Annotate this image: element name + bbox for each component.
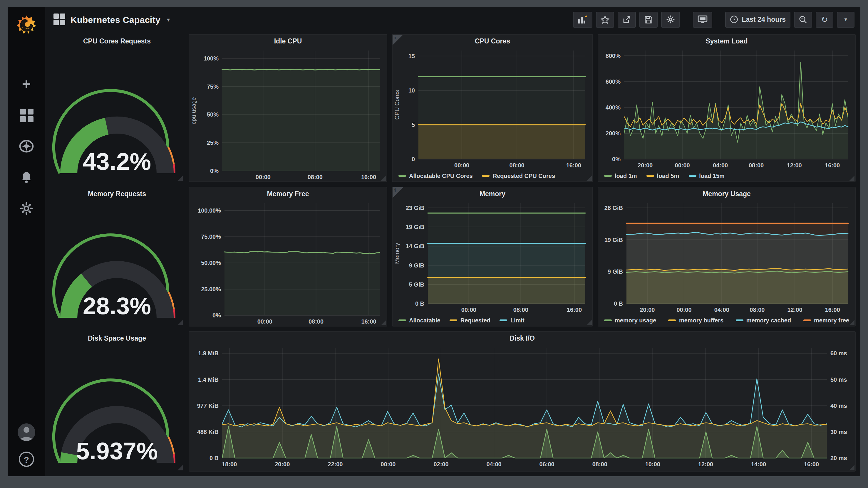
svg-text:04:00: 04:00: [486, 461, 501, 467]
resize-handle[interactable]: [178, 320, 183, 325]
svg-text:cpu usage: cpu usage: [190, 97, 197, 124]
svg-text:9 GiB: 9 GiB: [409, 262, 424, 269]
screenshot-stage: +: [0, 0, 868, 488]
svg-text:0: 0: [412, 156, 415, 162]
panel-header[interactable]: Idle CPU: [189, 35, 387, 47]
legend-item[interactable]: memory buffers: [669, 317, 723, 323]
system-load-chart[interactable]: 20:0000:0004:0008:0012:0016:000%200%400%…: [598, 47, 855, 170]
zoom-out-button[interactable]: [794, 11, 812, 27]
panel-header[interactable]: CPU Cores Requests: [51, 35, 183, 47]
svg-text:16:00: 16:00: [567, 306, 582, 313]
user-avatar[interactable]: [18, 423, 35, 441]
legend-color-dash: [450, 319, 458, 321]
panel-header[interactable]: CPU Cores: [393, 35, 592, 47]
svg-text:16:00: 16:00: [361, 174, 376, 180]
panel-title: System Load: [706, 37, 747, 44]
explore-compass-icon[interactable]: [19, 139, 34, 154]
panel-memory-usage: Memory Usage 20:0000:0004:0008:0012:0016…: [598, 187, 856, 326]
memory-chart[interactable]: 00:0008:0016:000 B5 GiB9 GiB14 GiB19 GiB…: [393, 200, 592, 314]
save-button[interactable]: [640, 11, 658, 27]
svg-text:50 ms: 50 ms: [830, 377, 847, 383]
time-range-picker[interactable]: Last 24 hours: [725, 11, 790, 27]
resize-handle[interactable]: [849, 320, 855, 325]
legend-item[interactable]: load 5m: [646, 172, 679, 179]
svg-text:16:00: 16:00: [825, 306, 840, 313]
legend-item[interactable]: Allocatable: [398, 317, 440, 323]
add-panel-button[interactable]: [573, 11, 592, 27]
memory-usage-chart[interactable]: 20:0000:0004:0008:0012:0016:000 B9 GiB19…: [598, 200, 855, 314]
legend-item[interactable]: Requested: [450, 317, 490, 323]
configuration-gear-icon[interactable]: [19, 201, 34, 216]
legend-label: memory usage: [615, 317, 656, 323]
legend-item[interactable]: memory usage: [604, 317, 656, 323]
panel-header[interactable]: Memory Free: [189, 187, 387, 200]
svg-text:75.00%: 75.00%: [201, 233, 221, 240]
share-button[interactable]: [618, 11, 636, 27]
resize-handle[interactable]: [178, 465, 183, 470]
panel-header[interactable]: Disk I/O: [189, 332, 855, 344]
alerting-bell-icon[interactable]: [19, 170, 34, 185]
resize-handle[interactable]: [587, 175, 592, 181]
svg-text:04:00: 04:00: [714, 306, 729, 313]
resize-handle[interactable]: [381, 175, 386, 181]
legend-item[interactable]: load 15m: [688, 172, 724, 179]
svg-text:20:00: 20:00: [640, 306, 655, 313]
legend-item[interactable]: Allocatable CPU Cores: [398, 172, 473, 179]
disk-io-chart[interactable]: 18:0020:0022:0000:0002:0004:0006:0008:00…: [189, 344, 855, 471]
panel-header[interactable]: Memory: [393, 187, 592, 200]
main-area: Kubernetes Capacity ▾: [45, 7, 860, 476]
resize-handle[interactable]: [587, 320, 592, 325]
dashboards-icon[interactable]: [19, 107, 34, 123]
svg-text:0 B: 0 B: [210, 455, 219, 461]
legend-label: memory buffers: [679, 317, 723, 323]
grafana-logo-icon[interactable]: [15, 14, 38, 36]
gauge-memory-requests: 28.3%: [51, 200, 183, 326]
star-button[interactable]: [596, 11, 614, 27]
svg-text:00:00: 00:00: [676, 306, 691, 313]
create-icon[interactable]: +: [19, 76, 34, 92]
resize-handle[interactable]: [849, 175, 855, 181]
share-icon: [622, 15, 631, 24]
resize-handle[interactable]: [381, 320, 386, 325]
svg-text:25%: 25%: [207, 139, 219, 146]
legend: AllocatableRequestedLimit: [393, 314, 592, 326]
svg-text:100.00%: 100.00%: [198, 207, 221, 214]
legend-item[interactable]: memory free: [803, 317, 849, 323]
save-icon: [644, 15, 653, 24]
legend-item[interactable]: memory cached: [736, 317, 791, 323]
svg-text:08:00: 08:00: [309, 318, 323, 325]
refresh-button[interactable]: ↻: [816, 11, 833, 27]
resize-handle[interactable]: [178, 175, 183, 181]
panel-header[interactable]: System Load: [598, 35, 855, 47]
memory-free-chart[interactable]: 00:0008:0016:000%25.00%50.00%75.00%100.0…: [189, 200, 387, 326]
resize-handle[interactable]: [849, 465, 855, 470]
settings-button[interactable]: [661, 11, 680, 27]
svg-text:08:00: 08:00: [509, 162, 525, 168]
svg-text:977 KiB: 977 KiB: [197, 402, 219, 409]
panel-header[interactable]: Memory Requests: [51, 187, 183, 200]
svg-text:12:00: 12:00: [698, 461, 713, 467]
refresh-interval-dropdown[interactable]: ▾: [837, 11, 855, 27]
svg-text:9 GiB: 9 GiB: [608, 268, 623, 275]
svg-text:15: 15: [408, 53, 415, 59]
legend-item[interactable]: load 1m: [604, 172, 637, 179]
sidebar-bottom: ?: [18, 423, 35, 467]
svg-text:00:00: 00:00: [454, 162, 469, 168]
legend-label: Allocatable: [409, 317, 440, 323]
svg-text:16:00: 16:00: [566, 162, 581, 168]
cpu-cores-chart[interactable]: 00:0008:0016:00051015CPU Cores: [393, 47, 592, 170]
svg-text:04:00: 04:00: [713, 162, 728, 168]
monitor-icon: [698, 15, 708, 24]
svg-text:0%: 0%: [212, 312, 221, 319]
panel-header[interactable]: Memory Usage: [598, 187, 855, 200]
svg-text:CPU Cores: CPU Cores: [394, 90, 400, 120]
panel-cpu-cores-requests: CPU Cores Requests 43.2%: [50, 34, 184, 182]
idle-cpu-chart[interactable]: 00:0008:0016:000%25%50%75%100%cpu usage: [189, 47, 387, 182]
tv-mode-button[interactable]: [693, 11, 712, 27]
dashboard-title-group[interactable]: Kubernetes Capacity ▾: [54, 13, 170, 25]
panel-header[interactable]: Disk Space Usage: [51, 332, 183, 344]
legend-item[interactable]: Requested CPU Cores: [482, 172, 555, 179]
legend-item[interactable]: Limit: [500, 317, 525, 323]
help-icon[interactable]: ?: [19, 452, 34, 467]
svg-text:30 ms: 30 ms: [830, 429, 847, 435]
